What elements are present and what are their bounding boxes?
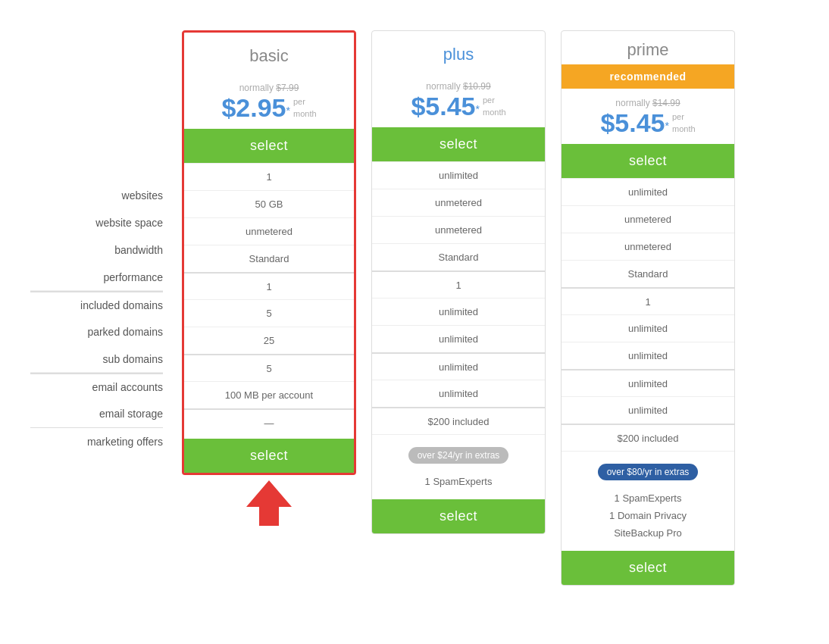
basic-select-btn-bottom[interactable]: select (184, 439, 354, 473)
basic-included-domains: 1 (184, 272, 354, 299)
prime-marketing-offers: $200 included (562, 424, 734, 451)
prime-websites: unlimited (562, 178, 734, 205)
basic-main-price: $2.95 (221, 93, 286, 123)
label-website-space: website space (30, 209, 163, 236)
prime-extra-3: SiteBackup Pro (562, 524, 734, 542)
plus-normally-text: normally (426, 81, 460, 92)
plus-marketing-offers: $200 included (372, 407, 545, 434)
prime-extra-2: 1 Domain Privacy (562, 507, 734, 524)
basic-websites: 1 (184, 163, 354, 190)
basic-parked-domains: 5 (184, 299, 354, 327)
prime-price-box: normally $14.99 $5.45* permonth (562, 89, 734, 144)
prime-normally-text: normally (615, 98, 649, 108)
label-performance: performance (30, 264, 163, 291)
prime-extra-1: 1 SpamExperts (562, 489, 734, 507)
prime-extras-badge: over $80/yr in extras (598, 464, 699, 480)
plus-per-month: permonth (483, 95, 506, 118)
label-included-domains: included domains (30, 291, 163, 318)
label-email-accounts: email accounts (30, 373, 163, 400)
basic-bandwidth: unmetered (184, 217, 354, 245)
red-arrow (242, 477, 296, 532)
basic-select-btn-top[interactable]: select (184, 129, 354, 163)
prime-title-wrapper: prime (562, 31, 734, 64)
recommended-badge: recommended (562, 64, 734, 89)
prime-parked-domains: unlimited (562, 314, 734, 342)
prime-select-btn-bottom[interactable]: select (562, 551, 734, 585)
plus-extras-section: over $24/yr in extras 1 SpamExperts (372, 434, 545, 496)
plus-websites: unlimited (372, 161, 545, 189)
prime-main-price: $5.45 (600, 108, 665, 138)
basic-sub-domains: 25 (184, 327, 354, 354)
label-sub-domains: sub domains (30, 345, 163, 373)
label-bandwidth: bandwidth (30, 236, 163, 264)
prime-website-space: unmetered (562, 205, 734, 233)
basic-original-price: $7.99 (276, 83, 299, 93)
plus-original-price: $10.99 (463, 81, 491, 92)
prime-original-price: $14.99 (652, 98, 680, 108)
plus-main-price: $5.45 (411, 92, 475, 121)
plus-bandwidth: unmetered (372, 216, 545, 243)
label-email-storage: email storage (30, 400, 163, 427)
prime-bandwidth: unmetered (562, 233, 734, 260)
basic-email-accounts: 5 (184, 354, 354, 381)
basic-per-month: permonth (293, 96, 317, 120)
basic-performance: Standard (184, 245, 354, 272)
basic-price-box: normally $7.99 $2.95* permonth (184, 73, 354, 129)
prime-per-month: permonth (672, 111, 696, 135)
plus-extra-1: 1 SpamExperts (372, 473, 545, 490)
label-websites: websites (30, 182, 163, 209)
basic-email-storage: 100 MB per account (184, 381, 354, 408)
prime-email-accounts: unlimited (562, 369, 734, 396)
prime-included-domains: 1 (562, 287, 734, 314)
basic-plan-title: basic (184, 33, 354, 73)
basic-normally-text: normally (239, 83, 274, 93)
prime-performance: Standard (562, 260, 734, 287)
prime-sub-domains: unlimited (562, 342, 734, 369)
prime-select-btn-top[interactable]: select (562, 144, 734, 178)
svg-marker-0 (246, 480, 292, 526)
basic-marketing-offers: — (184, 408, 354, 436)
basic-website-space: 50 GB (184, 190, 354, 217)
prime-extras-section: over $80/yr in extras 1 SpamExperts 1 Do… (562, 451, 734, 548)
label-marketing-offers: marketing offers (30, 427, 163, 455)
prime-email-storage: unlimited (562, 396, 734, 424)
plus-select-btn-bottom[interactable]: select (372, 499, 545, 533)
plus-plan-card: plus normally $10.99 $5.45* permonth sel… (371, 30, 546, 534)
plus-price-box: normally $10.99 $5.45* permonth (372, 72, 545, 127)
plus-email-storage: unlimited (372, 380, 545, 407)
plus-select-btn-top[interactable]: select (372, 127, 545, 161)
plus-plan-title: plus (372, 31, 545, 72)
label-parked-domains: parked domains (30, 318, 163, 345)
plus-extras-badge: over $24/yr in extras (408, 447, 509, 464)
plus-performance: Standard (372, 243, 545, 270)
plus-included-domains: 1 (372, 270, 545, 298)
prime-plan-card: prime recommended normally $14.99 $5.45*… (561, 30, 735, 586)
plus-parked-domains: unlimited (372, 298, 545, 325)
plus-email-accounts: unlimited (372, 352, 545, 380)
plus-website-space: unmetered (372, 189, 545, 216)
basic-plan-card: basic normally $7.99 $2.95* permonth sel… (182, 30, 356, 475)
plus-sub-domains: unlimited (372, 325, 545, 352)
